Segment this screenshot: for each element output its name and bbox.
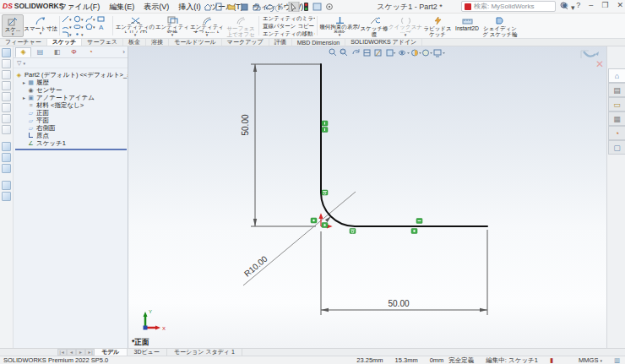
rollback-bar[interactable] [15,149,127,150]
trim-entities-button[interactable]: エンティティのトリム(T)▾ [115,14,155,37]
horizontal-dimension-text[interactable]: 50.00 [388,299,409,308]
tab-surfaces[interactable]: サーフェス [82,39,123,46]
restore-button[interactable]: ❐ [601,1,608,9]
tree-item-history[interactable]: ▸ ▦ 履歴 [21,79,128,86]
quick-access-toolbar[interactable] [203,2,340,12]
hide-show-icon[interactable] [2,164,11,173]
tree-item-origin[interactable]: 原点 [21,132,128,139]
dimxpert-manager-tab[interactable]: Φ [66,47,82,57]
shaded-sketch-contours-button[interactable]: シェイディング スケッチ輪郭 [481,14,519,37]
view-right-icon[interactable] [2,92,11,101]
slot-tool[interactable]: ▾ [73,23,85,30]
menu-insert[interactable]: 挿入(I) [178,2,201,13]
exit-sketch-button[interactable]: スケ...▾ [2,14,24,37]
display-style-icon[interactable] [2,153,11,162]
tab-model[interactable]: モデル [95,349,128,356]
convert-entities-button[interactable]: エンティティ変換▾ [155,14,189,37]
text-tool[interactable]: A [97,23,109,30]
tree-root-part[interactable]: ◈ Part2 (デフォルト) <<デフォルト>_表示状態 1> [15,71,128,79]
tab-scroll-buttons[interactable]: |◄ ◄ ► ►| [57,349,95,356]
display-delete-relations-button[interactable]: 幾何拘束の表示/削除▾ [319,14,360,37]
property-manager-tab[interactable]: ▤ [32,47,48,57]
line-tool[interactable]: ▾ [62,15,73,23]
tab-markup[interactable]: マークアップ [222,39,269,46]
tab-features[interactable]: フィーチャー [0,39,47,46]
linear-pattern-button[interactable]: 直線パターン コピー▾ [261,24,315,30]
expand-caret-icon[interactable]: ▸ [21,79,27,85]
heads-up-view-toolbar[interactable] [328,47,454,58]
taskpane-appearances-tab[interactable]: ◔ [608,126,625,140]
circle-tool[interactable]: ▾ [73,15,85,23]
login-icon[interactable]: ◉ [561,1,568,9]
taskpane-home-tab[interactable]: ⌂ [608,68,625,83]
menu-view[interactable]: 表示(V) [144,2,169,13]
expand-caret-icon[interactable]: ▸ [21,95,27,101]
tree-item-sensors[interactable]: ◉ センサー [21,86,128,94]
display-manager-tab[interactable]: ◔ [83,47,99,57]
tree-filter-row[interactable]: ▽▾ [14,58,128,68]
tree-item-front-plane[interactable]: ▱ 正面 [21,109,128,117]
fillet-tool[interactable]: ▾ [62,30,73,38]
section-view-icon[interactable] [2,142,11,151]
offset-entities-button[interactable]: エンティティオフセット▾ [189,14,225,37]
repair-sketch-button[interactable]: スケッチ修復 [360,14,389,37]
close-button[interactable]: ✕ [617,1,623,9]
tab-mold-tools[interactable]: モールドツール [169,39,222,46]
vertical-dimension-text[interactable]: 50.00 [241,114,250,135]
configuration-manager-tab[interactable]: ◧ [49,47,65,57]
scroll-last-icon[interactable]: ►| [85,349,95,356]
rectangle-tool[interactable] [97,15,109,23]
tree-item-annotations[interactable]: ▸ ▣ アノテートアイテム [21,94,128,101]
tab-mbd-dimension[interactable]: MBD Dimension [292,39,346,46]
smart-dimension-button[interactable]: スマート寸法▾ [24,14,57,37]
scroll-first-icon[interactable]: |◄ [57,349,67,356]
arc-tool[interactable]: ▾ [62,23,73,30]
scroll-next-icon[interactable]: ► [76,349,85,356]
tab-3d-views[interactable]: 3Dビュー [128,349,167,356]
sketch-viewport[interactable]: ✕ 50.00 50.00 R10.00 [128,46,606,348]
rapid-sketch-button[interactable]: ラピッドスケッチ [422,14,453,37]
panel-expand-arrow[interactable]: › [122,48,125,56]
view-isometric-icon[interactable] [2,125,11,134]
menu-file[interactable]: ファイル(F) [59,2,100,13]
view-bottom-icon[interactable] [2,114,11,123]
window-controls: ◉ ? – ❐ ✕ [561,1,623,9]
tab-evaluate[interactable]: 評価 [269,39,292,46]
tree-item-top-plane[interactable]: ▱ 平面 [21,117,128,124]
scene-icon[interactable] [2,192,11,201]
tree-item-material[interactable]: ≡ 材料 <指定なし> [21,101,128,109]
units-dropdown-icon[interactable]: ▾ [600,358,602,363]
view-normal-to-icon[interactable] [2,48,11,57]
spline-tool[interactable]: ▾ [85,15,97,23]
minimize-button[interactable]: – [589,1,593,9]
move-entities-button[interactable]: エンティティの移動▾ [261,30,315,37]
tab-solidworks-addins[interactable]: SOLIDWORKS アドイン [345,39,422,46]
taskpane-view-palette-tab[interactable]: ▦ [608,111,625,126]
feature-manager-tab[interactable]: ◈ [15,47,31,57]
graphics-area[interactable]: ✕ 50.00 50.00 R10.00 [128,46,606,348]
point-tool[interactable]: ▾ [73,30,85,38]
taskpane-custom-properties-tab[interactable]: ▢ [608,140,625,155]
view-back-icon[interactable] [2,70,11,79]
search-input[interactable]: 検索: MySolidWorks [461,1,556,12]
polygon-tool[interactable]: ▾ [85,23,97,30]
appearance-icon[interactable] [2,181,11,190]
tree-item-right-plane[interactable]: ▱ 右側面 [21,124,128,132]
scroll-prev-icon[interactable]: ◄ [67,349,76,356]
help-icon[interactable]: ? [576,1,580,9]
view-left-icon[interactable] [2,81,11,90]
tab-weldments[interactable]: 溶接 [146,39,169,46]
units-selector[interactable]: MMGS [579,356,598,364]
menu-edit[interactable]: 編集(E) [109,2,134,13]
instant2d-button[interactable]: Instant2D [453,14,481,37]
view-top-icon[interactable] [2,103,11,112]
tags-icon[interactable]: ▥ [614,356,620,364]
taskpane-file-explorer-tab[interactable]: ▭ [608,97,625,111]
taskpane-design-library-tab[interactable]: ▤ [608,83,625,97]
mirror-entities-button[interactable]: エンティティのミラー [261,16,315,23]
tab-sheet-metal[interactable]: 板金 [123,39,146,46]
tab-motion-study[interactable]: モーション スタディ 1 [167,349,242,356]
view-front-icon[interactable] [2,59,11,68]
tab-sketch[interactable]: スケッチ [47,39,83,46]
tree-item-sketch1[interactable]: ∠ スケッチ1 [21,139,128,147]
